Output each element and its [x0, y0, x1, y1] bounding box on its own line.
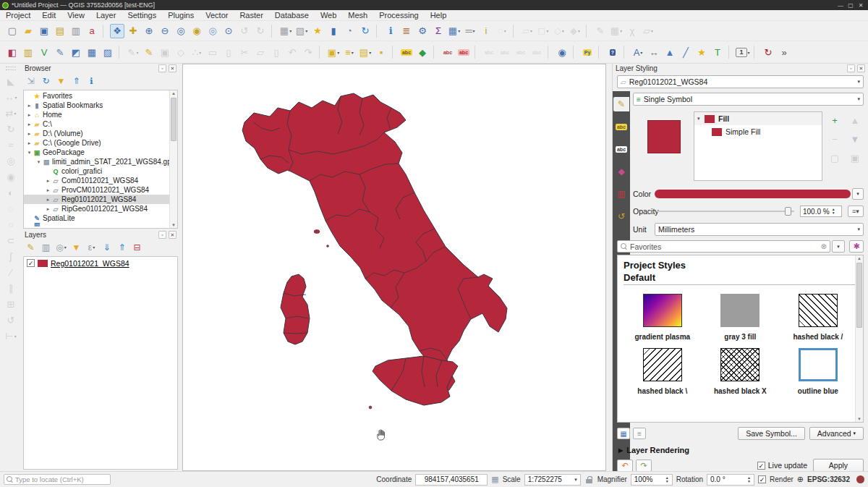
unit-combo[interactable]: Millimeters▾ — [655, 223, 864, 236]
style-search-input[interactable]: Favorites ⊗ — [617, 240, 830, 253]
show-bookmarks-icon[interactable]: ▮ — [326, 24, 341, 38]
browser-item-spatialite[interactable]: ✎SpatiaLite — [24, 213, 169, 223]
browser-close-button[interactable]: ✕ — [169, 64, 176, 72]
open-project-icon[interactable]: ▰ — [21, 24, 35, 38]
collapse-all-icon[interactable]: ⇑ — [115, 240, 129, 254]
style-manager-button[interactable]: ✱ — [849, 240, 864, 253]
new-virtual-layer-icon[interactable]: ◩ — [69, 45, 83, 59]
temporal-controller-icon[interactable]: ◔ — [342, 24, 357, 38]
style-item-outline[interactable]: outline blue — [779, 348, 857, 395]
metasearch-icon[interactable]: ◉ — [555, 45, 569, 59]
help-contents-icon[interactable]: ? — [605, 45, 620, 59]
new-project-icon[interactable]: ▢ — [5, 24, 20, 38]
marker-annotation-icon[interactable]: ★ — [694, 45, 709, 59]
maximize-button[interactable]: ▢ — [846, 2, 856, 9]
menu-mesh[interactable]: Mesh — [342, 10, 373, 21]
view-3d-tab-icon[interactable]: ◆ — [613, 164, 629, 179]
open-data-source-manager-icon[interactable]: ◧ — [5, 45, 20, 59]
color-bar[interactable] — [655, 190, 851, 198]
layer-labeling-options-icon[interactable]: ≡▾ — [342, 45, 357, 59]
new-geopackage-layer-icon[interactable]: ▥ — [21, 45, 35, 59]
style-item-hashb[interactable]: hashed black \ — [624, 348, 702, 395]
style-undo-button[interactable]: ↶ — [617, 460, 633, 472]
menu-processing[interactable]: Processing — [373, 10, 424, 21]
diagrams-tab-icon[interactable]: ▥ — [613, 187, 629, 201]
style-item-hashf[interactable]: hashed black / — [779, 294, 857, 341]
remove-layer-icon[interactable]: ⊟ — [130, 240, 144, 254]
browser-item-c-google-drive[interactable]: ▸▰C:\ (Google Drive) — [24, 138, 169, 148]
menu-vector[interactable]: Vector — [200, 10, 234, 21]
browser-item-geopackage[interactable]: ▾▣GeoPackage — [24, 148, 169, 157]
add-symbol-layer-icon[interactable]: + — [827, 113, 842, 127]
layers-float-button[interactable]: ▫ — [158, 231, 166, 239]
toggle-editing-icon[interactable]: ✎ — [142, 45, 156, 59]
browser-item-d-volume[interactable]: ▸▰D:\ (Volume) — [24, 129, 169, 138]
zoom-to-layer-icon[interactable]: ◎ — [205, 24, 220, 38]
menu-edit[interactable]: Edit — [36, 10, 61, 21]
open-attribute-table-icon[interactable]: ▦▾ — [447, 24, 461, 38]
pin-unpin-labels-icon[interactable]: ▪ — [374, 45, 388, 59]
advanced-button[interactable]: Advanced ▾ — [809, 427, 864, 440]
list-view-button[interactable]: ≡ — [633, 428, 646, 439]
new-spatialite-layer-icon[interactable]: ✎ — [53, 45, 67, 59]
opacity-slider[interactable] — [658, 211, 794, 212]
browser-item-colori-grafici[interactable]: Qcolori_grafici — [24, 166, 169, 176]
new-map-view-icon[interactable]: ▦▾ — [278, 24, 293, 38]
style-redo-button[interactable]: ↷ — [636, 460, 652, 472]
refresh-browser-icon[interactable]: ↻ — [39, 74, 53, 88]
show-layout-manager-icon[interactable]: ▥ — [69, 24, 83, 38]
browser-item-reg01012021-wgs84[interactable]: ▸▱Reg01012021_WGS84 — [24, 195, 169, 204]
coordinate-input[interactable]: 984157,4035651 — [415, 474, 488, 486]
browser-item-com01012021-wgs84[interactable]: ▸▱Com01012021_WGS84 — [24, 176, 169, 185]
layer-labeling-icon[interactable]: abc — [399, 45, 414, 59]
scrollbar-thumb[interactable] — [171, 98, 176, 141]
browser-item-c[interactable]: ▸▰C:\ — [24, 119, 169, 129]
add-selected-layers-icon[interactable]: ⇲ — [24, 74, 38, 88]
symbology-tab-icon[interactable]: ✎ — [613, 97, 629, 111]
polygon-annotation-icon[interactable]: ▲ — [663, 45, 677, 59]
map-tip-preview-icon[interactable]: 1▾ — [736, 45, 750, 59]
save-project-icon[interactable]: ▣ — [37, 24, 51, 38]
browser-item-limiti-admin-stat-2021-wgs84-gpkg[interactable]: ▾▤limiti_admin_STAT_2021_WGS84.gpkg — [24, 157, 169, 166]
scrollbar-thumb[interactable] — [856, 263, 862, 328]
menu-settings[interactable]: Settings — [122, 10, 162, 21]
toolbar-overflow-icon[interactable]: » — [777, 45, 791, 59]
style-item-gradient[interactable]: gradient plasma — [624, 294, 702, 341]
zoom-out-icon[interactable]: ⊖ — [158, 24, 172, 38]
masks-tab-icon[interactable]: abc — [613, 142, 629, 156]
zoom-in-icon[interactable]: ⊕ — [142, 24, 156, 38]
menu-raster[interactable]: Raster — [234, 10, 268, 21]
color-dropdown-button[interactable]: ▾ — [852, 188, 864, 200]
rotation-spinbox[interactable]: 0.0 °▲▼ — [707, 474, 754, 486]
pan-to-selection-icon[interactable]: ✚ — [126, 24, 140, 38]
processing-toolbox-icon[interactable]: ⚙ — [415, 24, 430, 38]
layers-close-button[interactable]: ✕ — [169, 231, 176, 239]
data-defined-override-button[interactable]: ≡▾ — [848, 206, 864, 217]
search-filter-dropdown[interactable]: ▾ — [832, 240, 845, 253]
browser-item-spatial-bookmarks[interactable]: ▸▮Spatial Bookmarks — [24, 101, 169, 110]
identify-features-icon[interactable]: ℹ — [383, 24, 398, 38]
python-console-icon[interactable]: Py — [580, 45, 595, 59]
new-shapefile-layer-icon[interactable]: V — [37, 45, 51, 59]
add-raster-layer-icon[interactable]: ▦ — [85, 45, 99, 59]
browser-item-provcm01012021-wgs84[interactable]: ▸▱ProvCM01012021_WGS84 — [24, 185, 169, 195]
plugin-swirl-icon[interactable]: ↻ — [761, 45, 775, 59]
symbol-tree-root-row[interactable]: ▾ Fill — [694, 112, 822, 125]
text-annotation-icon[interactable]: A▾ — [631, 45, 645, 59]
highlight-callouts-icon[interactable]: abc — [441, 45, 455, 59]
statistical-summary-icon[interactable]: ≣ — [399, 24, 414, 38]
zoom-full-extent-icon[interactable]: ◎ — [174, 24, 188, 38]
icon-view-button[interactable]: ▦ — [617, 428, 630, 439]
clear-search-icon[interactable]: ⊗ — [821, 242, 827, 250]
lock-scale-icon[interactable] — [586, 476, 592, 483]
styling-close-button[interactable]: ✕ — [857, 64, 865, 72]
menu-project[interactable]: Project — [0, 10, 36, 21]
live-update-checkbox[interactable]: ✓ — [757, 462, 765, 470]
style-manager-icon[interactable]: a — [85, 24, 99, 38]
browser-item-home[interactable]: ▸⌂Home — [24, 110, 169, 119]
symbol-tree-child-row[interactable]: Simple Fill — [694, 125, 822, 138]
close-button[interactable]: ✕ — [856, 2, 866, 9]
style-item-hashx[interactable]: hashed black X — [702, 348, 780, 395]
zoom-native-icon[interactable]: ⊙ — [221, 24, 236, 38]
history-tab-icon[interactable]: ↺ — [613, 209, 629, 224]
